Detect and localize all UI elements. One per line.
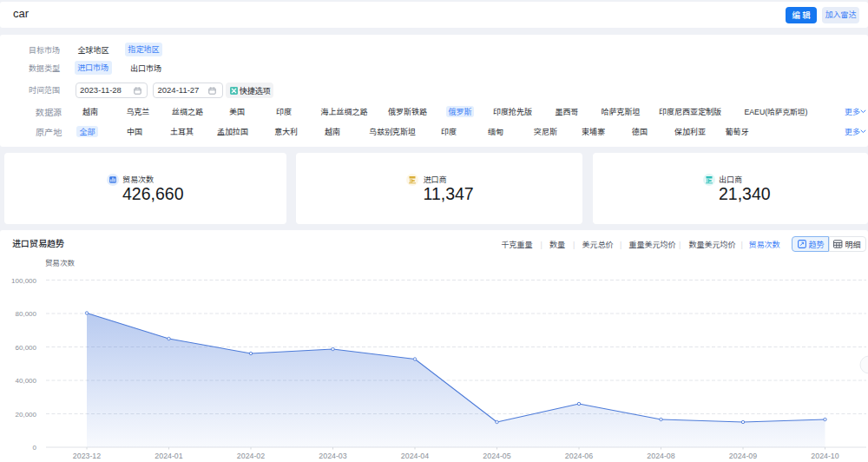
svg-text:20,000: 20,000 — [16, 409, 37, 419]
svg-text:2024-03: 2024-03 — [319, 450, 346, 461]
svg-text:2024-10: 2024-10 — [811, 450, 838, 461]
svg-text:40,000: 40,000 — [16, 375, 37, 385]
svg-text:2024-06: 2024-06 — [565, 450, 593, 461]
svg-text:2024-05: 2024-05 — [483, 450, 510, 461]
svg-text:2024-04: 2024-04 — [401, 450, 429, 461]
svg-text:0: 0 — [33, 442, 37, 452]
svg-text:60,000: 60,000 — [16, 342, 37, 352]
svg-text:2024-02: 2024-02 — [237, 450, 265, 461]
svg-text:80,000: 80,000 — [16, 308, 37, 318]
svg-text:100,000: 100,000 — [11, 275, 36, 285]
svg-text:贸易次数: 贸易次数 — [45, 257, 76, 267]
svg-text:2024-08: 2024-08 — [647, 450, 674, 461]
svg-text:2024-01: 2024-01 — [155, 450, 182, 461]
svg-text:2024-09: 2024-09 — [729, 450, 757, 461]
svg-text:2023-12: 2023-12 — [73, 450, 101, 461]
